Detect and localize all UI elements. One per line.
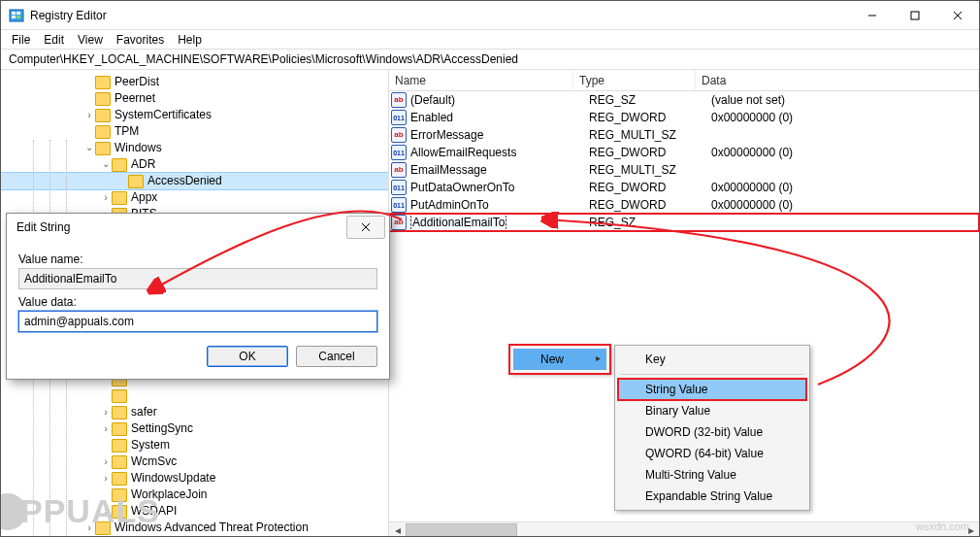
tree-item[interactable]: [1, 387, 388, 404]
menu-help[interactable]: Help: [171, 32, 209, 48]
menu-edit[interactable]: Edit: [37, 32, 71, 48]
value-name-label: Value name:: [18, 252, 377, 266]
value-type: REG_SZ: [589, 216, 711, 229]
col-name[interactable]: Name: [389, 70, 573, 90]
cancel-button[interactable]: Cancel: [296, 346, 377, 367]
tree-item[interactable]: TPM: [1, 123, 388, 140]
context-submenu-new[interactable]: Key String Value Binary Value DWORD (32-…: [614, 345, 810, 511]
list-row[interactable]: 011EnabledREG_DWORD0x00000000 (0): [389, 109, 979, 126]
svg-rect-1: [12, 12, 16, 15]
ctx-new-key[interactable]: Key: [618, 349, 806, 370]
menu-file[interactable]: File: [5, 32, 37, 48]
value-name: AdditionalEmailTo: [410, 216, 589, 229]
folder-icon: [112, 191, 127, 205]
value-data-label: Value data:: [18, 295, 377, 309]
registry-editor-window: Registry Editor File Edit View Favorites…: [0, 0, 980, 537]
list-row[interactable]: abAdditionalEmailToREG_SZ: [389, 214, 979, 231]
tree-item[interactable]: SettingSync: [1, 420, 388, 437]
folder-icon: [112, 455, 127, 469]
list-row[interactable]: ab(Default)REG_SZ(value not set): [389, 91, 979, 109]
value-name: PutDataOwnerOnTo: [410, 181, 589, 194]
menu-favorites[interactable]: Favorites: [110, 32, 171, 48]
list-row[interactable]: 011PutAdminOnToREG_DWORD0x00000000 (0): [389, 196, 979, 214]
tree-item[interactable]: WindowsUpdate: [1, 470, 388, 487]
tree-item[interactable]: PeerDist: [1, 74, 388, 90]
watermark-brand: PPUALS: [0, 492, 160, 530]
ctx-new[interactable]: New: [513, 349, 606, 370]
ctx-new-dword[interactable]: DWORD (32-bit) Value: [618, 421, 806, 443]
value-data: 0x00000000 (0): [711, 111, 977, 124]
folder-icon: [95, 76, 111, 89]
ctx-new-multistring[interactable]: Multi-String Value: [618, 464, 806, 486]
value-name-input: [18, 268, 377, 289]
address-input[interactable]: [7, 51, 973, 67]
menu-view[interactable]: View: [71, 32, 110, 48]
titlebar[interactable]: Registry Editor: [1, 1, 979, 30]
value-data: 0x00000000 (0): [711, 146, 977, 159]
list-row[interactable]: abEmailMessageREG_MULTI_SZ: [389, 161, 979, 179]
tree-item-label: SettingSync: [131, 420, 193, 437]
value-type: REG_DWORD: [589, 146, 711, 159]
svg-rect-2: [16, 12, 20, 15]
list-row[interactable]: 011AllowEmailRequestsREG_DWORD0x00000000…: [389, 144, 979, 161]
ctx-new-expstring[interactable]: Expandable String Value: [618, 486, 806, 507]
ctx-new-qword[interactable]: QWORD (64-bit) Value: [618, 443, 806, 464]
close-icon: [361, 222, 371, 232]
value-name: Enabled: [410, 111, 589, 124]
ctx-new-binary[interactable]: Binary Value: [618, 400, 806, 421]
scrollbar-thumb[interactable]: [406, 523, 517, 538]
scroll-left-icon[interactable]: ◂: [389, 522, 406, 537]
string-icon: ab: [391, 215, 407, 230]
tree-item-label: AccessDenied: [147, 173, 222, 189]
tree-item[interactable]: System: [1, 437, 388, 453]
tree-item[interactable]: ADR: [1, 156, 388, 173]
value-type: REG_DWORD: [589, 111, 711, 124]
list-header[interactable]: Name Type Data: [389, 70, 979, 91]
tree-item-label: Windows: [114, 140, 162, 156]
value-data: 0x00000000 (0): [711, 198, 977, 212]
ctx-new-string[interactable]: String Value: [618, 379, 806, 400]
tree-item[interactable]: Peernet: [1, 90, 388, 107]
menubar: File Edit View Favorites Help: [1, 30, 979, 49]
horizontal-scrollbar[interactable]: ◂ ▸: [389, 521, 979, 537]
value-data: (value not set): [711, 93, 977, 107]
list-row[interactable]: abErrorMessageREG_MULTI_SZ: [389, 126, 979, 144]
tree-item[interactable]: Windows: [1, 140, 388, 156]
ok-button[interactable]: OK: [207, 346, 288, 367]
folder-icon: [112, 389, 127, 403]
minimize-button[interactable]: [851, 1, 894, 29]
dialog-titlebar[interactable]: Edit String: [7, 214, 389, 241]
value-name: PutAdminOnTo: [410, 198, 589, 212]
list-row[interactable]: 011PutDataOwnerOnToREG_DWORD0x00000000 (…: [389, 179, 979, 196]
maximize-button[interactable]: [894, 1, 936, 29]
tree-item[interactable]: safer: [1, 404, 388, 420]
col-data[interactable]: Data: [696, 70, 979, 90]
dword-icon: 011: [391, 110, 407, 125]
dialog-close-button[interactable]: [346, 216, 385, 239]
tree-item[interactable]: AccessDenied: [1, 173, 388, 189]
tree-item[interactable]: WcmSvc: [1, 453, 388, 470]
value-type: REG_DWORD: [589, 181, 711, 194]
tree-item-label: WcmSvc: [131, 453, 177, 470]
svg-rect-4: [16, 16, 20, 18]
value-type: REG_MULTI_SZ: [589, 128, 711, 142]
context-menu[interactable]: New: [509, 345, 610, 374]
regedit-icon: [9, 8, 24, 23]
ctx-separator: [620, 374, 804, 375]
folder-icon: [128, 175, 144, 188]
folder-icon: [95, 109, 111, 122]
folder-icon: [112, 158, 127, 172]
tree-item[interactable]: Appx: [1, 189, 388, 206]
tree-item-label: Peernet: [114, 90, 155, 107]
tree-item-label: safer: [131, 404, 157, 420]
close-button[interactable]: [936, 1, 979, 29]
value-data-input[interactable]: [18, 311, 377, 332]
folder-icon: [112, 422, 127, 436]
values-pane: Name Type Data ab(Default)REG_SZ(value n…: [389, 70, 979, 537]
tree-item-label: PeerDist: [114, 74, 159, 90]
col-type[interactable]: Type: [573, 70, 696, 90]
string-icon: ab: [391, 127, 407, 143]
tree-item-label: TPM: [114, 123, 139, 140]
tree-item[interactable]: SystemCertificates: [1, 107, 388, 123]
folder-icon: [95, 142, 111, 155]
